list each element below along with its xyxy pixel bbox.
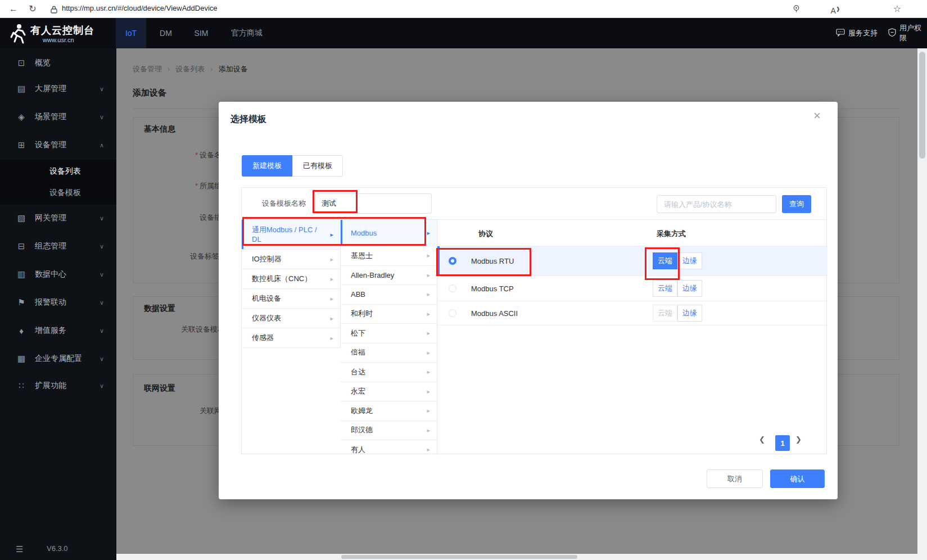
cancel-button[interactable]: 取消 bbox=[707, 469, 763, 488]
annotation-box-template-name bbox=[313, 190, 358, 213]
sidebar-item-device-mgmt[interactable]: ⊞设备管理 ∧ bbox=[0, 136, 116, 154]
arrow-right-icon: ▸ bbox=[427, 252, 430, 259]
back-icon[interactable]: ← bbox=[7, 2, 20, 16]
sidebar-item-device-list[interactable]: 设备列表 bbox=[49, 166, 81, 177]
edge-collect-button[interactable]: 边缘 bbox=[677, 305, 702, 322]
scrollbar-thumb[interactable] bbox=[919, 52, 925, 159]
arrow-right-icon: ▸ bbox=[427, 272, 430, 279]
table-header: 协议 采集方式 bbox=[437, 220, 827, 246]
category-item-sensors[interactable]: 传感器▸ bbox=[242, 328, 340, 348]
brand-item-omron[interactable]: 欧姆龙▸ bbox=[341, 401, 437, 421]
collapse-sidebar-icon[interactable]: ☰ bbox=[16, 544, 23, 554]
edge-collect-button[interactable]: 边缘 bbox=[677, 252, 702, 269]
category-item-cnc[interactable]: 数控机床（CNC）▸ bbox=[242, 269, 340, 289]
value-shield-icon: ♦ bbox=[16, 326, 27, 336]
app-header: 有人云控制台 www.usr.cn IoT DM SIM 官方商城 服务支持 用… bbox=[0, 18, 927, 48]
chevron-down-icon: ∨ bbox=[100, 355, 104, 363]
sidebar-item-extensions[interactable]: ∷扩展功能 ∨ bbox=[0, 377, 116, 395]
arrow-right-icon: ▸ bbox=[427, 368, 430, 376]
next-page-icon[interactable]: ❯ bbox=[795, 435, 802, 444]
select-template-dialog: 选择模板 × 新建模板 已有模板 设备模板名称 查询 通用Modbus / PL… bbox=[219, 102, 838, 499]
screen-icon: ▤ bbox=[16, 84, 27, 94]
overview-icon: ⊡ bbox=[16, 58, 27, 68]
device-icon: ⊞ bbox=[16, 140, 27, 150]
brand-item-panasonic[interactable]: 松下▸ bbox=[341, 324, 437, 344]
brand-item-langhande[interactable]: 郎汉德▸ bbox=[341, 421, 437, 441]
brand-item-allen-bradley[interactable]: Allen-Bradley▸ bbox=[341, 266, 437, 286]
category-item-electromechanical[interactable]: 机电设备▸ bbox=[242, 289, 340, 309]
close-icon[interactable]: × bbox=[813, 109, 821, 123]
sidebar-item-screen-mgmt[interactable]: ▤大屏管理 ∨ bbox=[0, 80, 116, 98]
arrow-right-icon: ▸ bbox=[427, 229, 430, 237]
arrow-right-icon: ▸ bbox=[427, 446, 430, 453]
chevron-down-icon: ∨ bbox=[100, 215, 104, 222]
brand-item-keyence[interactable]: 基恩士▸ bbox=[341, 246, 437, 266]
scrollbar-thumb[interactable] bbox=[341, 555, 577, 559]
brand-item-abb[interactable]: ABB▸ bbox=[341, 285, 437, 305]
location-icon[interactable] bbox=[789, 2, 803, 16]
category-item-io-controller[interactable]: IO控制器▸ bbox=[242, 250, 340, 269]
brand-item-fatek[interactable]: 永宏▸ bbox=[341, 382, 437, 402]
building-icon: ▦ bbox=[16, 354, 27, 364]
lock-icon[interactable] bbox=[47, 2, 61, 16]
arrow-right-icon: ▸ bbox=[427, 407, 430, 414]
arrow-right-icon: ▸ bbox=[330, 276, 333, 283]
protocol-row-modbus-ascii[interactable]: Modbus ASCII 云端 边缘 bbox=[437, 301, 827, 326]
favorite-star-icon[interactable]: ☆ bbox=[890, 2, 904, 16]
nav-tab-iot[interactable]: IoT bbox=[116, 18, 146, 48]
radio-unselected[interactable] bbox=[449, 284, 456, 292]
version-label: V6.3.0 bbox=[47, 544, 68, 553]
permission-link[interactable]: 用户权限 bbox=[888, 18, 927, 48]
sidebar-item-scene-mgmt[interactable]: ◈场景管理 ∨ bbox=[0, 108, 116, 126]
read-aloud-icon[interactable]: A❱ bbox=[829, 2, 842, 16]
sidebar-item-data-center[interactable]: ▥数据中心 ∨ bbox=[0, 265, 116, 283]
refresh-icon[interactable]: ↻ bbox=[26, 2, 39, 16]
page-number-1[interactable]: 1 bbox=[775, 435, 790, 451]
sidebar-item-overview[interactable]: ⊡概览 bbox=[0, 54, 116, 72]
category-item-instruments[interactable]: 仪器仪表▸ bbox=[242, 309, 340, 328]
radio-unselected[interactable] bbox=[449, 309, 456, 317]
arrow-right-icon: ▸ bbox=[330, 335, 333, 342]
vertical-scrollbar[interactable] bbox=[917, 48, 927, 560]
brand-subtitle: www.usr.cn bbox=[43, 37, 74, 43]
brand-item-beckhoff[interactable]: 倍福▸ bbox=[341, 344, 437, 363]
sidebar-item-enterprise-config[interactable]: ▦企业专属配置 ∨ bbox=[0, 350, 116, 368]
protocol-row-modbus-tcp[interactable]: Modbus TCP 云端 边缘 bbox=[437, 276, 827, 301]
chevron-down-icon: ∨ bbox=[100, 114, 104, 121]
sidebar-item-gateway-mgmt[interactable]: ▧网关管理 ∨ bbox=[0, 209, 116, 227]
nav-tab-sim[interactable]: SIM bbox=[187, 18, 216, 48]
sidebar-item-config-mgmt[interactable]: ⊟组态管理 ∨ bbox=[0, 237, 116, 255]
brand-item-usr[interactable]: 有人▸ bbox=[341, 440, 437, 455]
tab-new-template[interactable]: 新建模板 bbox=[242, 155, 292, 177]
nav-tab-dm[interactable]: DM bbox=[153, 18, 179, 48]
nav-tab-mall[interactable]: 官方商城 bbox=[225, 18, 269, 48]
annotation-box-category-brand bbox=[242, 217, 426, 246]
dialog-title: 选择模板 bbox=[230, 114, 266, 125]
arrow-right-icon: ▸ bbox=[427, 291, 430, 298]
shield-icon bbox=[888, 28, 896, 38]
sidebar-item-value-added[interactable]: ♦增值服务 ∨ bbox=[0, 322, 116, 340]
horizontal-scrollbar[interactable] bbox=[116, 554, 917, 560]
sidebar-item-device-template[interactable]: 设备模板 bbox=[49, 188, 81, 198]
prev-page-icon[interactable]: ❮ bbox=[759, 435, 765, 444]
edge-collect-button[interactable]: 边缘 bbox=[677, 280, 702, 297]
search-input[interactable] bbox=[657, 195, 776, 213]
sidebar-item-alarm-linkage[interactable]: ⚑报警联动 ∨ bbox=[0, 293, 116, 311]
chevron-down-icon: ∨ bbox=[100, 382, 104, 390]
query-button[interactable]: 查询 bbox=[782, 195, 811, 213]
brand-item-delta[interactable]: 台达▸ bbox=[341, 363, 437, 382]
tab-existing-template[interactable]: 已有模板 bbox=[292, 155, 343, 177]
sidebar: ⊡概览 ▤大屏管理 ∨ ◈场景管理 ∨ ⊞设备管理 ∧ 设备列表 设备模板 ▧网… bbox=[0, 48, 116, 560]
arrow-right-icon: ▸ bbox=[427, 427, 430, 434]
arrow-right-icon: ▸ bbox=[427, 310, 430, 318]
bar-chart-icon: ▥ bbox=[16, 269, 27, 279]
address-bar[interactable]: https://mp.usr.cn/#/cloud/device/ViewAdd… bbox=[62, 4, 218, 12]
chat-icon bbox=[836, 29, 845, 38]
arrow-right-icon: ▸ bbox=[427, 349, 430, 356]
cloud-collect-button[interactable]: 云端 bbox=[653, 280, 677, 297]
support-link[interactable]: 服务支持 bbox=[836, 18, 878, 48]
arrow-right-icon: ▸ bbox=[427, 388, 430, 395]
confirm-button[interactable]: 确认 bbox=[770, 469, 825, 488]
col-collect-method: 采集方式 bbox=[657, 229, 686, 239]
brand-item-hollysys[interactable]: 和利时▸ bbox=[341, 305, 437, 324]
